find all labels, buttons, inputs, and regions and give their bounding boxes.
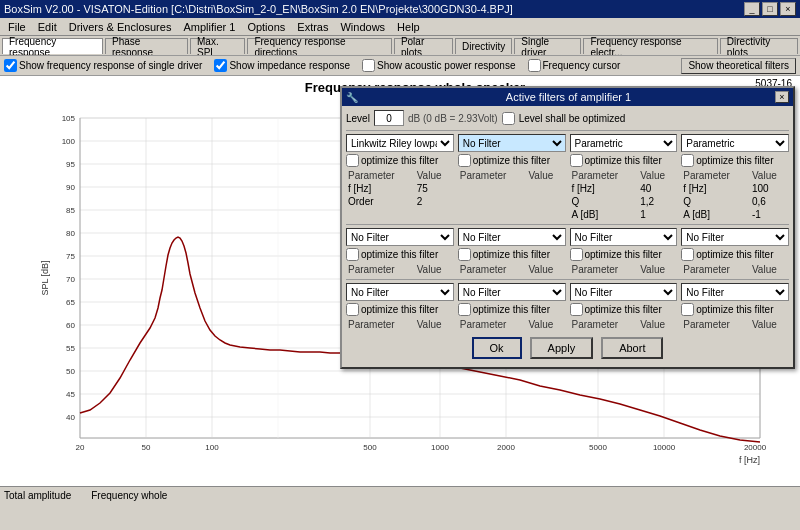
svg-text:f [Hz]: f [Hz]: [739, 455, 760, 465]
svg-text:100: 100: [205, 443, 219, 452]
filter-col-2-4: No Filter optimize this filter Parameter…: [681, 228, 789, 276]
show-acoustic-label[interactable]: Show acoustic power response: [362, 59, 515, 72]
optimize-checkbox-3-3[interactable]: [570, 303, 583, 316]
svg-text:100: 100: [62, 137, 76, 146]
svg-text:55: 55: [66, 344, 75, 353]
tab-polar-plots[interactable]: Polar plots: [394, 38, 453, 54]
tab-frequency-response[interactable]: Frequency response: [2, 38, 103, 54]
svg-text:SPL [dB]: SPL [dB]: [40, 260, 50, 295]
optimize-checkbox-3-1[interactable]: [346, 303, 359, 316]
filter-col-2-2: No Filter optimize this filter Parameter…: [458, 228, 566, 276]
optimize-checkbox-3-2[interactable]: [458, 303, 471, 316]
show-cursor-checkbox[interactable]: [528, 59, 541, 72]
optimize-row-1: optimize this filter: [346, 154, 454, 167]
optimize-checkbox-4[interactable]: [681, 154, 694, 167]
filter-col-3-4: No Filter optimize this filter Parameter…: [681, 283, 789, 331]
filter-col-3-1: No Filter optimize this filter Parameter…: [346, 283, 454, 331]
optimize-row-4: optimize this filter: [681, 154, 789, 167]
filter-select-3-3[interactable]: No Filter: [570, 283, 678, 301]
filter-col-3: Parametric optimize this filter Paramete…: [570, 134, 678, 221]
close-button[interactable]: ×: [780, 2, 796, 16]
menu-file[interactable]: File: [2, 19, 32, 34]
active-filters-dialog: 🔧 Active filters of amplifier 1 × Level …: [340, 86, 795, 369]
ok-button[interactable]: Ok: [472, 337, 522, 359]
svg-text:45: 45: [66, 390, 75, 399]
show-frequency-checkbox[interactable]: [4, 59, 17, 72]
menu-extras[interactable]: Extras: [291, 19, 334, 34]
filter-select-3-1[interactable]: No Filter: [346, 283, 454, 301]
svg-text:60: 60: [66, 321, 75, 330]
filter-select-2-1[interactable]: No Filter: [346, 228, 454, 246]
svg-text:500: 500: [363, 443, 377, 452]
level-hint: dB (0 dB = 2.93Volt): [408, 113, 498, 124]
filter-select-3-4[interactable]: No Filter: [681, 283, 789, 301]
optimize-checkbox-2-2[interactable]: [458, 248, 471, 261]
show-impedance-checkbox[interactable]: [214, 59, 227, 72]
show-frequency-label[interactable]: Show frequency response of single driver: [4, 59, 202, 72]
tab-max-spl[interactable]: Max. SPL: [190, 38, 245, 54]
tab-phase-response[interactable]: Phase response: [105, 38, 188, 54]
dialog-buttons: Ok Apply Abort: [346, 331, 789, 363]
tab-freq-directions[interactable]: Frequency response directions: [247, 38, 392, 54]
show-filters-button[interactable]: Show theoretical filters: [681, 58, 796, 74]
menu-options[interactable]: Options: [241, 19, 291, 34]
filter-select-4[interactable]: Parametric: [681, 134, 789, 152]
menu-amplifier[interactable]: Amplifier 1: [177, 19, 241, 34]
optimize-checkbox-2[interactable]: [458, 154, 471, 167]
optimize-checkbox-3-4[interactable]: [681, 303, 694, 316]
param-row: f [Hz]75: [346, 182, 454, 195]
optimize-checkbox-2-1[interactable]: [346, 248, 359, 261]
tab-freq-electr[interactable]: Frequency response electr...: [583, 38, 717, 54]
param-row: Q1,2: [570, 195, 678, 208]
menu-edit[interactable]: Edit: [32, 19, 63, 34]
filter-select-2[interactable]: No Filter: [458, 134, 566, 152]
dialog-title-text: Active filters of amplifier 1: [506, 91, 631, 103]
filter-col-1: Linkwitz Riley lowpass optimize this fil…: [346, 134, 454, 221]
level-label: Level: [346, 113, 370, 124]
tab-bar: Frequency response Phase response Max. S…: [0, 36, 800, 56]
filter-select-2-2[interactable]: No Filter: [458, 228, 566, 246]
menu-windows[interactable]: Windows: [334, 19, 391, 34]
svg-text:50: 50: [66, 367, 75, 376]
dialog-body: Level dB (0 dB = 2.93Volt) Level shall b…: [342, 106, 793, 367]
level-optimize-checkbox[interactable]: [502, 112, 515, 125]
show-cursor-label[interactable]: Frequency cursor: [528, 59, 621, 72]
optimize-checkbox-2-3[interactable]: [570, 248, 583, 261]
param-table-3: ParameterValue f [Hz]40 Q1,2 A [dB]1: [570, 169, 678, 221]
abort-button[interactable]: Abort: [601, 337, 663, 359]
tab-single-driver[interactable]: Single driver: [514, 38, 581, 54]
svg-text:1000: 1000: [431, 443, 449, 452]
status-frequency: Frequency whole: [91, 490, 167, 501]
param-row: Q0,6: [681, 195, 789, 208]
svg-text:65: 65: [66, 298, 75, 307]
apply-button[interactable]: Apply: [530, 337, 594, 359]
svg-text:20000: 20000: [744, 443, 767, 452]
show-acoustic-checkbox[interactable]: [362, 59, 375, 72]
minimize-button[interactable]: _: [744, 2, 760, 16]
show-impedance-label[interactable]: Show impedance response: [214, 59, 350, 72]
svg-text:2000: 2000: [497, 443, 515, 452]
param-row: f [Hz]100: [681, 182, 789, 195]
dialog-close-button[interactable]: ×: [775, 91, 789, 103]
filter-select-2-3[interactable]: No Filter: [570, 228, 678, 246]
filter-select-3[interactable]: Parametric: [570, 134, 678, 152]
filter-select-2-4[interactable]: No Filter: [681, 228, 789, 246]
menu-drivers[interactable]: Drivers & Enclosures: [63, 19, 178, 34]
maximize-button[interactable]: □: [762, 2, 778, 16]
optimize-row-3: optimize this filter: [570, 154, 678, 167]
menu-help[interactable]: Help: [391, 19, 426, 34]
param-row: f [Hz]40: [570, 182, 678, 195]
optimize-checkbox-3[interactable]: [570, 154, 583, 167]
filter-select-1[interactable]: Linkwitz Riley lowpass: [346, 134, 454, 152]
svg-text:10000: 10000: [653, 443, 676, 452]
title-bar-controls[interactable]: _ □ ×: [744, 2, 796, 16]
filter-select-3-2[interactable]: No Filter: [458, 283, 566, 301]
level-optimize-label: Level shall be optimized: [519, 113, 626, 124]
dialog-title-bar: 🔧 Active filters of amplifier 1 ×: [342, 88, 793, 106]
menu-bar: File Edit Drivers & Enclosures Amplifier…: [0, 18, 800, 36]
optimize-checkbox-1[interactable]: [346, 154, 359, 167]
tab-directivity[interactable]: Directivity: [455, 38, 512, 54]
optimize-checkbox-2-4[interactable]: [681, 248, 694, 261]
level-input[interactable]: [374, 110, 404, 126]
tab-directivity-plots[interactable]: Directivity plots: [720, 38, 798, 54]
